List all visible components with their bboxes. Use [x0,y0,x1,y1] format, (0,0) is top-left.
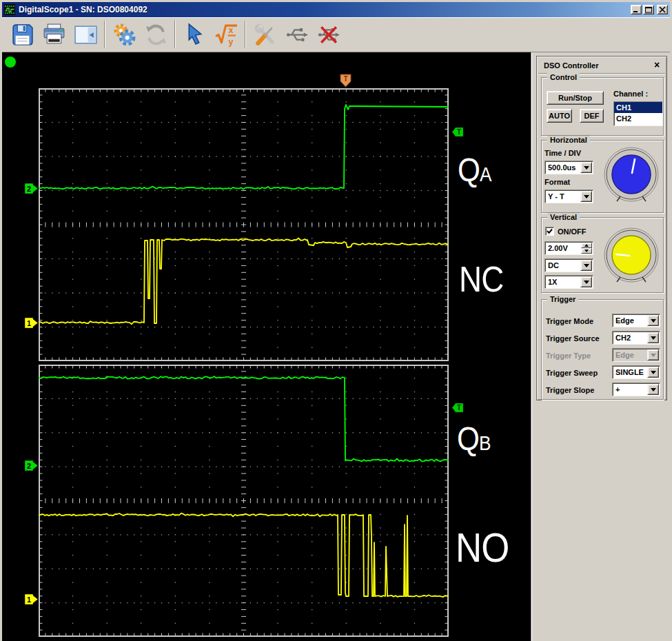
horizontal-group-label: Horizontal [547,136,590,144]
svg-text:T: T [343,75,347,83]
grid-frame [39,365,449,637]
time-div-value: 500.0us [548,163,576,172]
trigger-source-value: CH2 [615,334,631,342]
toolbar-separator [104,21,105,48]
channel-option-ch1[interactable]: CH1 [614,102,662,113]
refresh-button[interactable] [140,19,172,50]
svg-text:T: T [457,404,461,411]
chevron-down-icon[interactable] [580,162,592,173]
format-label: Format [544,178,570,186]
usb-connect-button[interactable] [281,19,312,50]
grid-frame [39,88,449,361]
trigger-mode-label: Trigger Mode [546,317,593,325]
panel-layout-button[interactable] [70,19,101,50]
probe-select[interactable]: 1X [544,275,593,289]
spin-down-icon [581,248,592,254]
channel-marker-2[interactable]: 2 [24,460,39,471]
coupling-value: DC [548,261,559,269]
math-button[interactable]: x y [210,19,242,50]
probe-value: 1X [548,278,557,286]
usb-disconnect-button[interactable] [312,19,344,50]
save-button[interactable] [6,19,38,50]
minimize-button[interactable] [631,5,642,14]
panel-close-button[interactable]: × [651,59,662,70]
trigger-level-marker[interactable]: T [451,403,464,413]
waveform-label-qb: QB [457,423,491,456]
trigger-sweep-select[interactable]: SINGLE [612,365,660,379]
app-window: DigitalScope1 - SN: DSO0804092 [0,0,672,641]
minimize-icon [632,6,640,13]
channel-listbox[interactable]: CH1 CH2 [613,101,663,126]
trigger-slope-value: + [615,385,620,394]
time-div-select[interactable]: 500.0us [544,161,593,174]
cursor-button[interactable] [179,19,210,50]
format-value: Y - T [548,192,564,201]
titlebar[interactable]: DigitalScope1 - SN: DSO0804092 [2,2,670,17]
trigger-type-value: Edge [615,351,634,359]
time-div-label: Time / DIV [544,149,581,157]
svg-text:1: 1 [27,596,31,604]
trigger-position-marker[interactable]: T [340,74,352,88]
coupling-select[interactable]: DC [544,258,593,272]
run-stop-button[interactable]: Run/Stop [547,91,604,105]
dso-controller-panel: DSO Controller × Control Run/Stop Channe… [536,56,667,400]
channel-option-ch2[interactable]: CH2 [614,113,662,124]
toolbar: x y [2,17,670,52]
trigger-type-label: Trigger Type [546,352,591,360]
auto-button[interactable]: AUTO [547,109,572,123]
channel-marker-1[interactable]: 1 [24,593,39,605]
trigger-group: Trigger Trigger Mode Edge Trigger Source… [541,299,664,400]
onoff-checkbox[interactable] [545,227,554,236]
trigger-slope-label: Trigger Slope [546,386,594,394]
panel-title: DSO Controller [544,61,598,70]
svg-text:2: 2 [27,185,31,193]
waveform-label-qa: QA [458,154,491,187]
window-title: DigitalScope1 - SN: DSO0804092 [19,5,629,14]
trigger-mode-select[interactable]: Edge [612,314,660,327]
chevron-down-icon[interactable] [647,384,659,395]
spinner-buttons[interactable] [581,243,592,254]
settings-button[interactable] [108,19,140,50]
cursor-arrow-icon [182,22,207,48]
usb-icon [284,22,309,48]
chevron-down-icon[interactable] [580,276,592,287]
panel-layout-icon [73,22,99,48]
save-icon [10,22,35,48]
spin-up-icon [581,243,592,248]
volt-spinner[interactable]: 2.00V [544,241,593,255]
waveform-label-nc: NC [459,261,503,297]
svg-text:y: y [228,37,233,46]
control-group-label: Control [547,73,580,81]
chevron-down-icon[interactable] [580,260,592,271]
chevron-down-icon [647,349,659,360]
trigger-source-label: Trigger Source [546,334,600,343]
trigger-slope-select[interactable]: + [612,383,660,396]
vertical-group: Vertical ON/OFF 2.00V DC [541,217,664,293]
chevron-down-icon[interactable] [647,315,659,326]
close-button[interactable] [657,5,668,14]
chevron-down-icon[interactable] [647,332,659,343]
usb-disconnected-icon [316,22,341,48]
trigger-source-select[interactable]: CH2 [612,331,660,345]
waveform-nc [39,238,449,325]
trigger-sweep-label: Trigger Sweep [546,369,598,377]
channel-marker-2[interactable]: 2 [24,183,39,194]
waveform-qa [39,105,449,189]
tools-button[interactable] [249,19,281,50]
horizontal-knob[interactable] [602,145,660,203]
chevron-down-icon[interactable] [647,367,659,378]
trigger-level-marker[interactable]: T [451,127,464,137]
chevron-down-icon[interactable] [580,191,592,202]
print-button[interactable] [38,19,70,50]
def-button[interactable]: DEF [580,109,604,123]
svg-text:2: 2 [27,462,31,470]
scope-display: 21TT21TQANCQBNO [2,52,531,641]
waveform-label-no: NO [456,527,509,569]
svg-text:T: T [457,128,461,136]
channel-marker-1[interactable]: 1 [24,317,39,329]
vertical-knob[interactable] [602,226,660,284]
trigger-type-select: Edge [612,348,660,362]
format-select[interactable]: Y - T [544,190,593,203]
maximize-button[interactable] [643,5,654,14]
tools-icon [252,22,278,48]
